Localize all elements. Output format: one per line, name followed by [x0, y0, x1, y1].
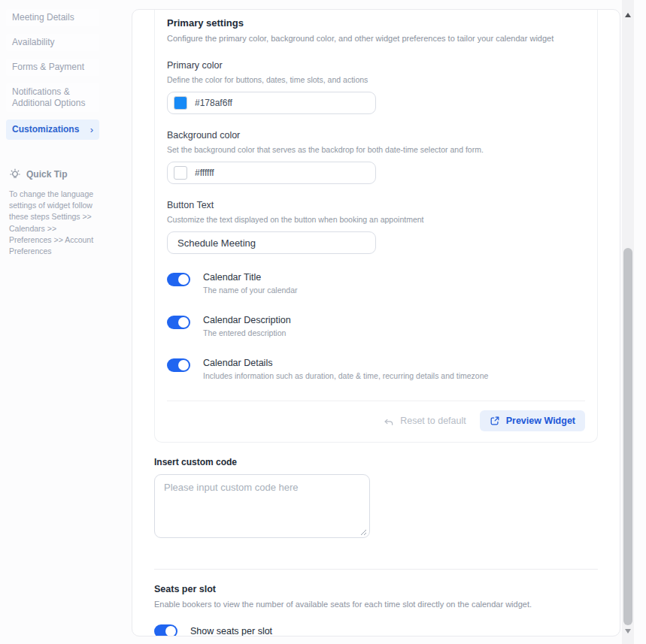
preview-widget-label: Preview Widget	[506, 416, 575, 426]
lightbulb-icon	[9, 168, 21, 180]
background-color-label: Background color	[167, 130, 585, 141]
button-text-input[interactable]	[167, 231, 376, 254]
primary-settings-card: Primary settings Configure the primary c…	[154, 10, 598, 443]
calendar-title-toggle[interactable]	[167, 273, 190, 286]
show-seats-per-slot-label: Show seats per slot	[190, 626, 272, 636]
toggle-knob	[178, 317, 189, 328]
calendar-description-row: Calendar Description The entered descrip…	[167, 315, 585, 337]
calendar-title-label: Calendar Title	[203, 272, 298, 283]
scrollbar-thumb[interactable]	[623, 248, 632, 625]
toggle-knob	[178, 274, 189, 285]
background-color-swatch[interactable]	[174, 166, 187, 180]
external-link-icon	[490, 416, 500, 426]
calendar-description-sublabel: The entered description	[203, 328, 291, 337]
calendar-details-sublabel: Includes information such as duration, d…	[203, 371, 488, 380]
primary-color-input-group	[167, 92, 376, 114]
sidebar-item-availability[interactable]: Availability	[6, 34, 99, 51]
scrollbar-up-arrow-icon[interactable]	[625, 13, 631, 17]
toggle-knob	[165, 626, 176, 636]
calendar-description-label: Calendar Description	[203, 315, 291, 325]
calendar-title-sublabel: The name of your calendar	[203, 286, 298, 295]
button-text-description: Customize the text displayed on the butt…	[167, 215, 585, 224]
show-seats-per-slot-toggle[interactable]	[154, 624, 177, 636]
section-divider	[154, 569, 598, 570]
primary-color-swatch[interactable]	[174, 96, 187, 110]
insert-custom-code-label: Insert custom code	[154, 457, 598, 467]
quick-tip-panel: Quick Tip To change the language setting…	[6, 168, 99, 257]
calendar-details-toggle[interactable]	[167, 358, 190, 372]
custom-code-textarea[interactable]	[154, 474, 370, 538]
sidebar-item-customizations[interactable]: Customizations ›	[6, 119, 99, 140]
chevron-right-icon: ›	[90, 126, 93, 134]
calendar-description-toggle[interactable]	[167, 316, 190, 329]
card-footer: Reset to default Preview Widget	[167, 401, 585, 442]
undo-icon	[383, 416, 394, 427]
background-color-description: Set the background color that serves as …	[167, 145, 585, 154]
sidebar-item-notifications[interactable]: Notifications & Additional Options	[6, 83, 99, 112]
calendar-title-row: Calendar Title The name of your calendar	[167, 272, 585, 295]
toggle-knob	[178, 360, 189, 370]
sidebar-item-forms-payment[interactable]: Forms & Payment	[6, 59, 99, 76]
vertical-scrollbar[interactable]	[622, 0, 634, 644]
primary-color-description: Define the color for buttons, dates, tim…	[167, 75, 585, 84]
settings-sidebar: Meeting Details Availability Forms & Pay…	[6, 9, 99, 257]
sidebar-item-meeting-details[interactable]: Meeting Details	[6, 9, 99, 26]
background-color-input-group	[167, 162, 376, 184]
seats-per-slot-title: Seats per slot	[154, 584, 598, 594]
primary-color-input[interactable]	[195, 98, 345, 108]
calendar-details-label: Calendar Details	[203, 358, 488, 368]
seats-per-slot-description: Enable bookers to view the number of ava…	[154, 600, 598, 609]
quick-tip-title: Quick Tip	[26, 169, 67, 180]
quick-tip-text: To change the language settings of widge…	[9, 189, 101, 257]
customizations-panel: Primary settings Configure the primary c…	[132, 9, 620, 636]
primary-color-label: Primary color	[167, 60, 585, 71]
primary-settings-title: Primary settings	[167, 17, 585, 29]
sidebar-item-label: Customizations	[12, 124, 79, 135]
background-color-input[interactable]	[195, 168, 345, 178]
reset-label: Reset to default	[400, 416, 466, 426]
preview-widget-button[interactable]: Preview Widget	[480, 410, 585, 431]
primary-settings-description: Configure the primary color, background …	[167, 34, 585, 43]
calendar-details-row: Calendar Details Includes information su…	[167, 358, 585, 380]
reset-to-default-button[interactable]: Reset to default	[383, 416, 466, 427]
scrollbar-down-arrow-icon[interactable]	[625, 629, 631, 633]
button-text-label: Button Text	[167, 200, 585, 210]
seats-per-slot-row: Show seats per slot	[154, 624, 598, 636]
